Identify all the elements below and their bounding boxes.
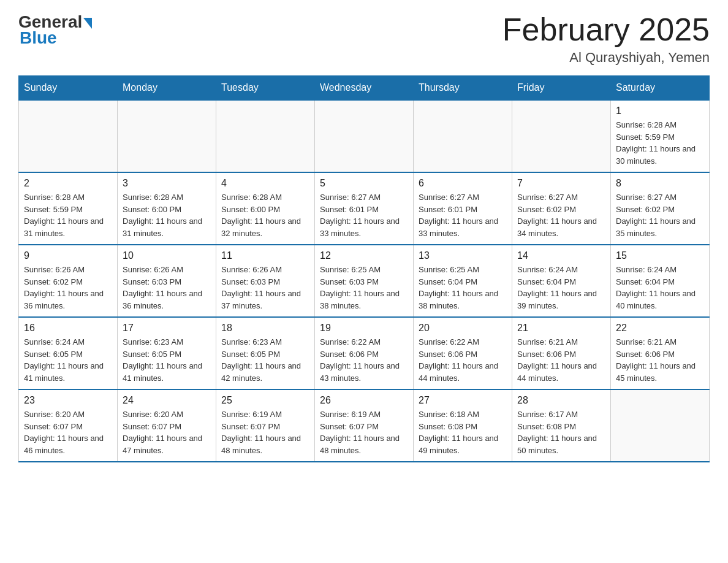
logo: General Blue [18, 12, 92, 48]
calendar-cell: 25Sunrise: 6:19 AMSunset: 6:07 PMDayligh… [216, 389, 315, 462]
calendar-cell: 8Sunrise: 6:27 AMSunset: 6:02 PMDaylight… [611, 172, 710, 245]
logo-arrow-icon [83, 18, 92, 29]
calendar-cell: 15Sunrise: 6:24 AMSunset: 6:04 PMDayligh… [611, 245, 710, 317]
calendar-cell: 7Sunrise: 6:27 AMSunset: 6:02 PMDaylight… [512, 172, 611, 245]
calendar-table: SundayMondayTuesdayWednesdayThursdayFrid… [18, 75, 710, 462]
day-info: Sunrise: 6:27 AMSunset: 6:01 PMDaylight:… [419, 191, 507, 239]
calendar-cell: 20Sunrise: 6:22 AMSunset: 6:06 PMDayligh… [414, 317, 512, 389]
week-row-3: 9Sunrise: 6:26 AMSunset: 6:02 PMDaylight… [19, 245, 710, 317]
day-number: 24 [123, 395, 211, 406]
day-number: 21 [517, 323, 605, 334]
calendar-cell: 3Sunrise: 6:28 AMSunset: 6:00 PMDaylight… [118, 172, 216, 245]
day-info: Sunrise: 6:25 AMSunset: 6:04 PMDaylight:… [419, 264, 507, 312]
calendar-cell: 6Sunrise: 6:27 AMSunset: 6:01 PMDaylight… [414, 172, 512, 245]
day-number: 3 [123, 178, 211, 189]
day-number: 5 [320, 178, 408, 189]
calendar-cell: 2Sunrise: 6:28 AMSunset: 5:59 PMDaylight… [19, 172, 118, 245]
calendar-cell: 19Sunrise: 6:22 AMSunset: 6:06 PMDayligh… [315, 317, 414, 389]
calendar-cell: 5Sunrise: 6:27 AMSunset: 6:01 PMDaylight… [315, 172, 414, 245]
day-number: 12 [320, 250, 408, 261]
day-header-saturday: Saturday [611, 76, 710, 101]
week-row-1: 1Sunrise: 6:28 AMSunset: 5:59 PMDaylight… [19, 100, 710, 172]
day-info: Sunrise: 6:28 AMSunset: 5:59 PMDaylight:… [24, 191, 112, 239]
day-header-monday: Monday [118, 76, 216, 101]
day-info: Sunrise: 6:24 AMSunset: 6:04 PMDaylight:… [616, 264, 704, 312]
calendar-cell: 1Sunrise: 6:28 AMSunset: 5:59 PMDaylight… [611, 100, 710, 172]
calendar-cell: 12Sunrise: 6:25 AMSunset: 6:03 PMDayligh… [315, 245, 414, 317]
calendar-cell [315, 100, 414, 172]
day-info: Sunrise: 6:21 AMSunset: 6:06 PMDaylight:… [616, 336, 704, 384]
day-info: Sunrise: 6:24 AMSunset: 6:05 PMDaylight:… [24, 336, 112, 384]
day-number: 26 [320, 395, 408, 406]
day-number: 23 [24, 395, 112, 406]
month-title: February 2025 [502, 12, 710, 47]
day-number: 9 [24, 250, 112, 261]
day-header-sunday: Sunday [19, 76, 118, 101]
location-title: Al Qurayshiyah, Yemen [502, 50, 710, 66]
logo-blue-word: Blue [20, 28, 57, 48]
calendar-cell [118, 100, 216, 172]
day-number: 18 [221, 323, 309, 334]
calendar-cell: 24Sunrise: 6:20 AMSunset: 6:07 PMDayligh… [118, 389, 216, 462]
day-info: Sunrise: 6:22 AMSunset: 6:06 PMDaylight:… [419, 336, 507, 384]
calendar-cell: 27Sunrise: 6:18 AMSunset: 6:08 PMDayligh… [414, 389, 512, 462]
calendar-cell: 22Sunrise: 6:21 AMSunset: 6:06 PMDayligh… [611, 317, 710, 389]
day-info: Sunrise: 6:27 AMSunset: 6:02 PMDaylight:… [616, 191, 704, 239]
calendar-cell: 16Sunrise: 6:24 AMSunset: 6:05 PMDayligh… [19, 317, 118, 389]
day-info: Sunrise: 6:26 AMSunset: 6:03 PMDaylight:… [123, 264, 211, 312]
day-number: 14 [517, 250, 605, 261]
day-info: Sunrise: 6:24 AMSunset: 6:04 PMDaylight:… [517, 264, 605, 312]
day-number: 1 [616, 105, 704, 117]
day-info: Sunrise: 6:28 AMSunset: 6:00 PMDaylight:… [221, 191, 309, 239]
day-info: Sunrise: 6:20 AMSunset: 6:07 PMDaylight:… [24, 408, 112, 456]
day-header-tuesday: Tuesday [216, 76, 315, 101]
header: General Blue February 2025 Al Qurayshiya… [18, 12, 710, 66]
day-number: 13 [419, 250, 507, 261]
day-number: 25 [221, 395, 309, 406]
calendar-cell: 4Sunrise: 6:28 AMSunset: 6:00 PMDaylight… [216, 172, 315, 245]
calendar-cell: 23Sunrise: 6:20 AMSunset: 6:07 PMDayligh… [19, 389, 118, 462]
calendar-cell: 18Sunrise: 6:23 AMSunset: 6:05 PMDayligh… [216, 317, 315, 389]
day-number: 20 [419, 323, 507, 334]
calendar-cell: 26Sunrise: 6:19 AMSunset: 6:07 PMDayligh… [315, 389, 414, 462]
day-info: Sunrise: 6:23 AMSunset: 6:05 PMDaylight:… [123, 336, 211, 384]
day-info: Sunrise: 6:27 AMSunset: 6:02 PMDaylight:… [517, 191, 605, 239]
day-number: 17 [123, 323, 211, 334]
calendar-cell [414, 100, 512, 172]
week-row-5: 23Sunrise: 6:20 AMSunset: 6:07 PMDayligh… [19, 389, 710, 462]
calendar-cell: 10Sunrise: 6:26 AMSunset: 6:03 PMDayligh… [118, 245, 216, 317]
day-number: 6 [419, 178, 507, 189]
day-info: Sunrise: 6:19 AMSunset: 6:07 PMDaylight:… [320, 408, 408, 456]
calendar-cell [611, 389, 710, 462]
day-info: Sunrise: 6:25 AMSunset: 6:03 PMDaylight:… [320, 264, 408, 312]
day-number: 28 [517, 395, 605, 406]
day-info: Sunrise: 6:28 AMSunset: 5:59 PMDaylight:… [616, 119, 704, 167]
calendar-cell: 21Sunrise: 6:21 AMSunset: 6:06 PMDayligh… [512, 317, 611, 389]
day-number: 8 [616, 178, 704, 189]
day-info: Sunrise: 6:22 AMSunset: 6:06 PMDaylight:… [320, 336, 408, 384]
day-info: Sunrise: 6:21 AMSunset: 6:06 PMDaylight:… [517, 336, 605, 384]
day-number: 22 [616, 323, 704, 334]
calendar-cell: 13Sunrise: 6:25 AMSunset: 6:04 PMDayligh… [414, 245, 512, 317]
day-info: Sunrise: 6:26 AMSunset: 6:03 PMDaylight:… [221, 264, 309, 312]
day-header-wednesday: Wednesday [315, 76, 414, 101]
calendar-cell [19, 100, 118, 172]
calendar-cell: 9Sunrise: 6:26 AMSunset: 6:02 PMDaylight… [19, 245, 118, 317]
day-number: 19 [320, 323, 408, 334]
day-header-thursday: Thursday [414, 76, 512, 101]
calendar-cell: 14Sunrise: 6:24 AMSunset: 6:04 PMDayligh… [512, 245, 611, 317]
calendar-cell [512, 100, 611, 172]
day-info: Sunrise: 6:17 AMSunset: 6:08 PMDaylight:… [517, 408, 605, 456]
day-info: Sunrise: 6:27 AMSunset: 6:01 PMDaylight:… [320, 191, 408, 239]
day-number: 7 [517, 178, 605, 189]
day-info: Sunrise: 6:18 AMSunset: 6:08 PMDaylight:… [419, 408, 507, 456]
calendar-cell [216, 100, 315, 172]
day-number: 15 [616, 250, 704, 261]
day-number: 16 [24, 323, 112, 334]
title-area: February 2025 Al Qurayshiyah, Yemen [502, 12, 710, 66]
day-number: 2 [24, 178, 112, 189]
week-row-2: 2Sunrise: 6:28 AMSunset: 5:59 PMDaylight… [19, 172, 710, 245]
day-info: Sunrise: 6:23 AMSunset: 6:05 PMDaylight:… [221, 336, 309, 384]
days-header-row: SundayMondayTuesdayWednesdayThursdayFrid… [19, 76, 710, 101]
calendar-cell: 28Sunrise: 6:17 AMSunset: 6:08 PMDayligh… [512, 389, 611, 462]
